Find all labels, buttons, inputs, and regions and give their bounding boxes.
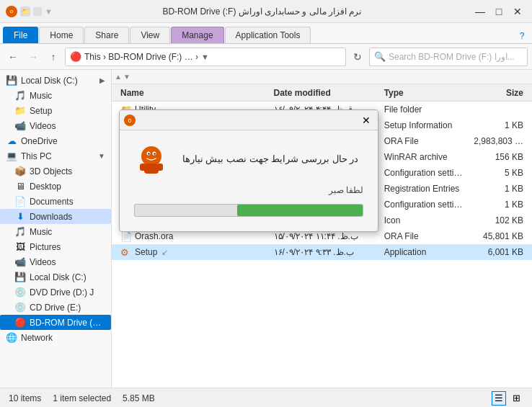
sort-arrows: ▲ ▼ xyxy=(112,70,532,84)
tab-manage[interactable]: Manage xyxy=(171,27,223,43)
expand-icon: ▼ xyxy=(98,152,105,160)
maximize-button[interactable]: □ xyxy=(490,4,507,19)
sidebar-label: OneDrive xyxy=(21,136,58,146)
help-button[interactable]: ? xyxy=(515,29,529,43)
file-list-header: Name Date modified Type Size xyxy=(112,84,532,102)
file-size: 5 KB xyxy=(474,168,529,178)
close-button[interactable]: ✕ xyxy=(509,4,526,19)
search-placeholder: Search BD-ROM Drive (F:) اورا... xyxy=(389,52,515,62)
sidebar-label: Network xyxy=(21,333,53,343)
ribbon-tabs: File Home Share View Manage Application … xyxy=(0,23,532,43)
mascot xyxy=(134,142,169,176)
file-type: File folder xyxy=(384,104,474,115)
sidebar-item-onedrive[interactable]: ☁ OneDrive xyxy=(0,133,111,148)
header-date[interactable]: Date modified xyxy=(274,88,384,98)
header-size[interactable]: Size xyxy=(474,88,529,98)
svg-rect-6 xyxy=(140,164,146,171)
downloads-icon: ⬇ xyxy=(14,211,26,222)
disk-icon: 💾 xyxy=(14,272,26,282)
dialog-main-text: در حال بررسی شرایط جهت نصب بیش نیارها xyxy=(177,153,363,166)
network-icon: 🌐 xyxy=(6,332,17,343)
size-info: 5.85 MB xyxy=(123,393,155,403)
up-button[interactable]: ↑ xyxy=(45,48,62,66)
cd-icon: 💿 xyxy=(14,302,26,313)
sidebar-label: Music xyxy=(30,227,52,237)
desktop-icon: 🖥 xyxy=(14,181,26,192)
sidebar-item-pictures[interactable]: 🖼 Pictures xyxy=(0,239,111,254)
dialog-app-icon: o xyxy=(124,115,136,126)
sidebar-item-videos[interactable]: 📹 Videos xyxy=(0,118,111,133)
file-size: 1 KB xyxy=(474,200,529,210)
file-type: Setup Information xyxy=(384,120,474,130)
dialog-sub-text: لطفا صبر xyxy=(329,185,363,195)
minimize-button[interactable]: — xyxy=(471,4,489,19)
pc-icon: 💻 xyxy=(6,151,17,161)
breadcrumb: 🔴 This › BD-ROM Drive (F:) … › ▼ xyxy=(65,48,346,66)
bdrom-icon: 🔴 xyxy=(14,317,26,328)
sort-name[interactable]: ▲ ▼ xyxy=(115,73,280,81)
pin xyxy=(33,7,42,16)
quick-access: 📁 xyxy=(20,6,30,17)
music-icon: 🎵 xyxy=(14,90,26,101)
svg-point-3 xyxy=(148,153,149,154)
sidebar-item-setup[interactable]: 📁 Setup xyxy=(0,103,111,118)
dialog-close-button[interactable]: ✕ xyxy=(359,114,373,127)
svg-point-4 xyxy=(154,153,155,154)
file-size: 1 KB xyxy=(474,184,529,194)
svg-rect-5 xyxy=(144,164,159,174)
tab-application-tools[interactable]: Application Tools xyxy=(225,27,311,43)
ribbon: File Home Share View Manage Application … xyxy=(0,23,532,44)
sidebar: 💾 Local Disk (C:) ▶ 🎵 Music 📁 Setup 📹 Vi… xyxy=(0,70,112,388)
refresh-button[interactable]: ↻ xyxy=(349,48,366,66)
dialog-content: در حال بررسی شرایط جهت نصب بیش نیارها xyxy=(134,142,363,176)
large-icons-view-button[interactable]: ⊞ xyxy=(509,391,523,406)
sidebar-label: BD-ROM Drive (… xyxy=(30,318,101,328)
down-arrow-icon: ▼ xyxy=(45,7,53,16)
sidebar-item-this-pc[interactable]: 💻 This PC ▼ xyxy=(0,148,111,164)
breadcrumb-icon: 🔴 xyxy=(70,51,81,62)
tab-home[interactable]: Home xyxy=(39,27,84,43)
sidebar-item-desktop[interactable]: 🖥 Desktop xyxy=(0,179,111,194)
dialog-text: در حال بررسی شرایط جهت نصب بیش نیارها xyxy=(177,153,363,166)
sidebar-label: CD Drive (E:) xyxy=(30,303,81,313)
sidebar-item-cd-drive[interactable]: 💿 CD Drive (E:) xyxy=(0,300,111,315)
back-button[interactable]: ← xyxy=(4,48,22,66)
sidebar-item-local-disk-c2[interactable]: 💾 Local Disk (C:) xyxy=(0,269,111,285)
ora-icon: 📄 xyxy=(120,231,132,242)
pictures-icon: 🖼 xyxy=(14,241,26,252)
file-size: 45,801 KB xyxy=(474,231,529,241)
file-size: 1 KB xyxy=(474,120,529,130)
sidebar-label: Pictures xyxy=(30,242,61,252)
tab-file[interactable]: File xyxy=(3,27,38,43)
file-type: WinRAR archive xyxy=(384,152,474,162)
sidebar-item-downloads[interactable]: ⬇ Downloads xyxy=(0,209,111,224)
sidebar-label: Music xyxy=(30,91,52,101)
sidebar-item-videos2[interactable]: 📹 Videos xyxy=(0,254,111,269)
window-controls: — □ ✕ xyxy=(471,4,526,19)
sidebar-label: 3D Objects xyxy=(30,166,72,176)
tab-view[interactable]: View xyxy=(130,27,170,43)
forward-button[interactable]: → xyxy=(25,48,42,66)
sidebar-item-documents[interactable]: 📄 Documents xyxy=(0,194,111,209)
sidebar-item-dvd-drive[interactable]: 💿 DVD Drive (D:) J xyxy=(0,285,111,300)
details-view-button[interactable]: ☰ xyxy=(492,391,506,406)
sidebar-item-bdrom[interactable]: 🔴 BD-ROM Drive (… xyxy=(0,315,111,330)
dialog-titlebar: o ✕ xyxy=(120,110,378,130)
sidebar-item-3d-objects[interactable]: 📦 3D Objects xyxy=(0,164,111,179)
sidebar-label: Desktop xyxy=(30,182,61,192)
search-bar[interactable]: 🔍 Search BD-ROM Drive (F:) اورا... xyxy=(369,48,528,66)
table-row[interactable]: ⚙Setup ↙ ۱۶/۰۹/۲۰۲۴ ب.ظ. ۹:۳۳ Applicatio… xyxy=(112,244,532,260)
header-type[interactable]: Type xyxy=(384,88,474,98)
file-type: Registration Entries xyxy=(384,184,474,194)
sidebar-item-music[interactable]: 🎵 Music xyxy=(0,88,111,103)
sidebar-item-local-disk-c[interactable]: 💾 Local Disk (C:) ▶ xyxy=(0,73,111,88)
dropdown-arrow-icon[interactable]: ▼ xyxy=(201,53,209,61)
sidebar-item-music2[interactable]: 🎵 Music xyxy=(0,224,111,239)
file-name: Setup xyxy=(135,247,157,257)
tab-share[interactable]: Share xyxy=(84,27,129,43)
file-size: 2,983,803 … xyxy=(474,136,529,146)
header-name[interactable]: Name xyxy=(115,88,274,98)
sidebar-item-network[interactable]: 🌐 Network xyxy=(0,330,111,345)
title-bar: o 📁 ▼ نرم افزار مالی و حسابداری اوراش (F… xyxy=(0,0,532,23)
onedrive-icon: ☁ xyxy=(6,135,17,146)
